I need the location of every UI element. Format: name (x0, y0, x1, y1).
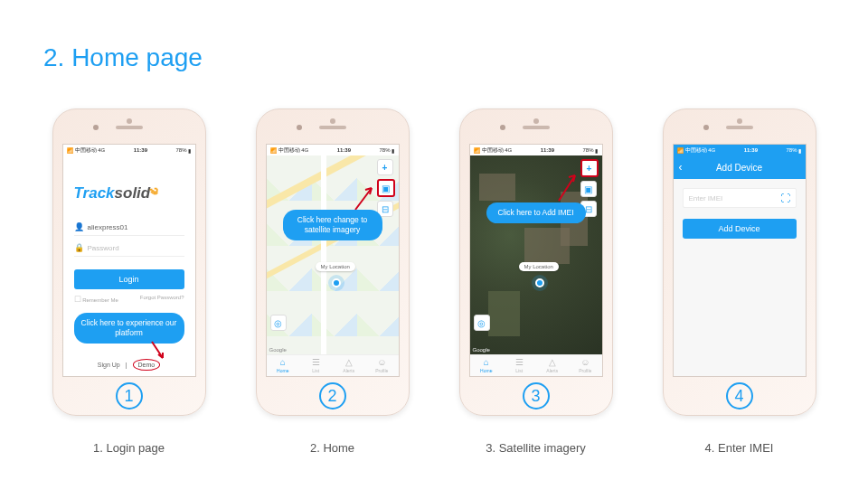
screen-login: 📶中国移动 4G 11:39 78%▮ Tracksolid༄ 👤 aliexp… (62, 144, 196, 377)
signal-icon: 📶 (474, 147, 480, 154)
location-dot-icon (535, 278, 544, 287)
password-placeholder: Password (88, 244, 119, 252)
caption-3: 3. Satellite imagery (486, 441, 586, 455)
login-callout: Click here to experience our platform (74, 313, 184, 344)
google-attribution: Google (473, 347, 490, 353)
map-callout: Click here to Add IMEI (486, 202, 586, 223)
map-callout: Click here change to satellite imagery (283, 210, 382, 240)
phones-row: 📶中国移动 4G 11:39 78%▮ Tracksolid༄ 👤 aliexp… (0, 108, 868, 455)
signal-icon: 📶 (677, 147, 684, 154)
password-input[interactable]: 🔒 Password (74, 240, 184, 257)
layers-icon: ▣ (584, 184, 592, 194)
phone-1: 📶中国移动 4G 11:39 78%▮ Tracksolid༄ 👤 aliexp… (34, 108, 224, 455)
tab-list[interactable]: ☰List (299, 355, 333, 376)
tab-label: List (312, 368, 319, 373)
lock-icon: 🔒 (74, 243, 84, 252)
home-icon: ⌂ (484, 358, 489, 367)
phone-3: 📶中国移动 4G 11:39 78%▮ + ▣ ⊟ (441, 108, 631, 455)
imei-input[interactable]: Enter IMEI ⛶ (683, 188, 797, 208)
tab-label: Home (480, 368, 492, 373)
caption-2: 2. Home (310, 441, 354, 455)
phone-2: 📶中国移动 4G 11:39 78%▮ + ▣ ⊟ (238, 108, 428, 455)
screen-add-device: 📶中国移动 4G 11:39 78%▮ ‹ Add Device Enter I… (673, 144, 807, 377)
tab-list[interactable]: ☰List (503, 355, 536, 376)
tab-bar: ⌂Home ☰List △Alerts ☺Profile (470, 354, 602, 376)
login-button[interactable]: Login (74, 269, 184, 289)
tab-home[interactable]: ⌂Home (470, 355, 504, 376)
arrow-icon (150, 342, 168, 362)
location-label: My Location (316, 262, 355, 271)
alert-icon: △ (549, 358, 556, 367)
forgot-password-link[interactable]: Forgot Password? (140, 295, 184, 304)
callout-text: Click here to Add IMEI (497, 208, 573, 217)
imei-placeholder: Enter IMEI (689, 194, 723, 202)
tab-alerts[interactable]: △Alerts (536, 355, 570, 376)
sensor-dot (330, 118, 335, 124)
sensor-dot (533, 118, 539, 124)
layer-toggle-button[interactable]: ▣ (580, 181, 597, 197)
signup-link[interactable]: Sign Up (98, 362, 120, 368)
phone-frame: 📶中国移动 4G 11:39 78%▮ ‹ Add Device Enter I… (663, 108, 816, 416)
status-time: 11:39 (134, 147, 147, 153)
tab-profile[interactable]: ☺Profile (365, 355, 399, 376)
phone-frame: 📶中国移动 4G 11:39 78%▮ + ▣ ⊟ (256, 108, 410, 416)
checkbox-icon: ☐ (74, 295, 81, 304)
road (321, 155, 326, 354)
locate-button[interactable]: ◎ (474, 315, 490, 331)
carrier-text: 中国移动 4G (75, 146, 106, 155)
login-content: Tracksolid༄ 👤 aliexpress01 🔒 Password Lo… (63, 155, 195, 376)
sensor-dot (127, 118, 132, 124)
battery-text: 78% (175, 147, 186, 153)
locate-button[interactable]: ◎ (270, 315, 287, 331)
battery-icon: ▮ (188, 147, 191, 154)
traffic-icon: ⊟ (585, 204, 592, 214)
phone-frame: 📶中国移动 4G 11:39 78%▮ + ▣ ⊟ (459, 108, 613, 416)
back-button[interactable]: ‹ (679, 161, 683, 174)
map-satellite[interactable]: + ▣ ⊟ Click here to Add IMEI My Location… (470, 155, 602, 354)
add-device-button[interactable]: Add Device (683, 219, 797, 239)
home-icon: ⌂ (280, 358, 286, 367)
carrier-text: 中国移动 4G (278, 146, 309, 155)
home-button[interactable]: 1 (116, 382, 143, 410)
tab-home[interactable]: ⌂Home (267, 355, 300, 376)
person-icon: 👤 (74, 222, 84, 231)
speaker (116, 126, 143, 129)
tab-profile[interactable]: ☺Profile (569, 355, 602, 376)
phone-frame: 📶中国移动 4G 11:39 78%▮ Tracksolid༄ 👤 aliexp… (52, 108, 206, 416)
map-standard[interactable]: + ▣ ⊟ Click here change to satellite ima… (267, 155, 399, 354)
username-input[interactable]: 👤 aliexpress01 (74, 219, 184, 236)
scan-qr-icon[interactable]: ⛶ (780, 193, 790, 203)
status-bar: 📶中国移动 4G 11:39 78%▮ (674, 145, 806, 155)
status-time: 11:39 (744, 147, 758, 153)
front-camera (703, 125, 709, 130)
target-icon: ◎ (274, 318, 282, 328)
nav-title: Add Device (716, 163, 762, 173)
screen-home: 📶中国移动 4G 11:39 78%▮ + ▣ ⊟ (266, 144, 400, 377)
layer-toggle-button[interactable]: ▣ (377, 179, 395, 197)
home-button[interactable]: 4 (726, 382, 753, 410)
add-device-icon[interactable]: + (580, 159, 599, 177)
battery-text: 78% (379, 147, 390, 153)
home-button[interactable]: 3 (523, 382, 550, 410)
add-device-content: Enter IMEI ⛶ Add Device (674, 179, 806, 376)
app-logo: Tracksolid༄ (74, 184, 184, 202)
tab-bar: ⌂Home ☰List △Alerts ☺Profile (267, 354, 399, 376)
location-label: My Location (519, 262, 559, 271)
list-icon: ☰ (515, 358, 524, 367)
remember-me[interactable]: ☐ Remember Me (74, 295, 118, 304)
divider: | (126, 362, 127, 368)
sensor-dot (737, 118, 742, 124)
arrow-icon (354, 184, 375, 212)
tab-label: List (515, 368, 523, 373)
speaker (319, 126, 346, 129)
add-device-icon[interactable]: + (377, 159, 393, 175)
status-bar: 📶中国移动 4G 11:39 78%▮ (63, 145, 195, 155)
layers-icon: ▣ (382, 184, 390, 193)
logo-part2: solid (115, 184, 151, 202)
page-title: 2. Home page (43, 43, 203, 72)
tab-alerts[interactable]: △Alerts (333, 355, 366, 376)
battery-icon: ▮ (595, 147, 598, 154)
arrow-icon (557, 172, 579, 202)
traffic-icon: ⊟ (382, 204, 389, 214)
home-button[interactable]: 2 (319, 382, 346, 410)
